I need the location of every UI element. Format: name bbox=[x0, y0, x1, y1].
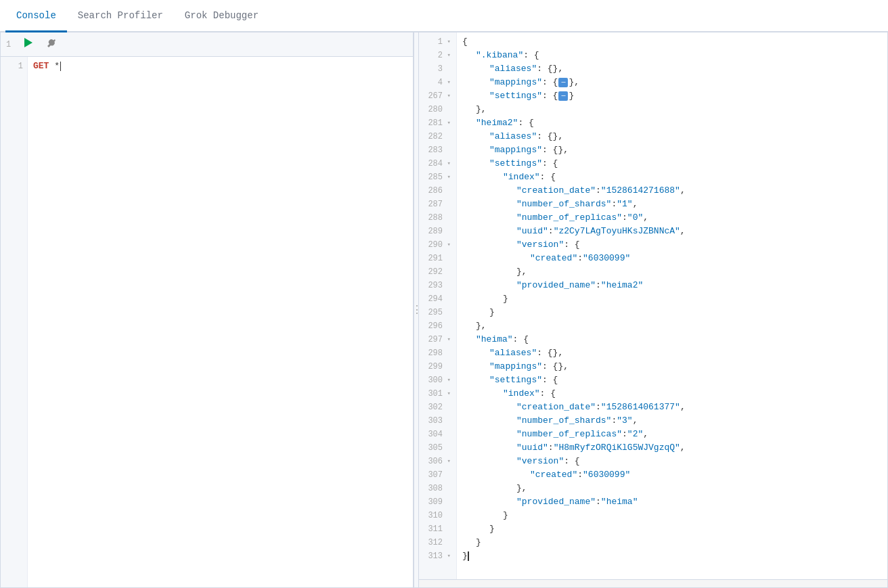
out-ln-284: 284▾ bbox=[419, 157, 453, 171]
json-line-296: }, bbox=[462, 319, 882, 333]
json-line-307: "created": "6030099" bbox=[462, 468, 882, 482]
fold-arrow-267[interactable]: ▾ bbox=[444, 89, 451, 103]
svg-marker-0 bbox=[24, 38, 32, 47]
json-line-305: "uuid": "H8mRyfzORQiKlG5WJVgzqQ", bbox=[462, 441, 882, 455]
json-line-285: "index": { bbox=[462, 171, 882, 184]
out-ln-3: 3 bbox=[419, 62, 453, 76]
json-line-288: "number_of_replicas": "0", bbox=[462, 211, 882, 225]
out-ln-310: 310 bbox=[419, 509, 453, 522]
tab-console[interactable]: Console bbox=[5, 0, 67, 32]
json-line-299: "mappings": {}, bbox=[462, 360, 882, 374]
out-ln-267: 267▾ bbox=[419, 89, 453, 103]
tab-grok-debugger[interactable]: Grok Debugger bbox=[174, 0, 269, 32]
fold-arrow-313[interactable]: ▾ bbox=[444, 549, 451, 563]
out-ln-290: 290▾ bbox=[419, 238, 453, 252]
tab-bar: Console Search Profiler Grok Debugger bbox=[0, 0, 888, 32]
json-line-280: }, bbox=[462, 103, 882, 116]
json-line-291: "created": "6030099" bbox=[462, 252, 882, 265]
json-line-303: "number_of_shards": "3", bbox=[462, 414, 882, 428]
out-ln-286: 286 bbox=[419, 184, 453, 198]
out-ln-298: 298 bbox=[419, 346, 453, 360]
line-num-label: 1 bbox=[6, 40, 11, 49]
json-line-3: "aliases": {}, bbox=[462, 62, 882, 76]
out-ln-282: 282 bbox=[419, 130, 453, 143]
json-line-304: "number_of_replicas": "2", bbox=[462, 428, 882, 441]
output-line-numbers: 1▾ 2▾ 3 4▾ 267▾ 280 281▾ 282 283 284▾ 28… bbox=[419, 32, 457, 579]
out-ln-280: 280 bbox=[419, 103, 453, 116]
out-ln-281: 281▾ bbox=[419, 116, 453, 130]
out-ln-311: 311 bbox=[419, 522, 453, 536]
json-line-308: }, bbox=[462, 482, 882, 495]
out-ln-313: 313▾ bbox=[419, 549, 453, 563]
out-ln-306: 306▾ bbox=[419, 455, 453, 468]
out-ln-300: 300▾ bbox=[419, 374, 453, 387]
out-ln-305: 305 bbox=[419, 441, 453, 455]
out-ln-293: 293 bbox=[419, 279, 453, 292]
out-ln-299: 299 bbox=[419, 360, 453, 374]
editor-path: * bbox=[49, 60, 60, 73]
out-ln-4: 4▾ bbox=[419, 76, 453, 89]
fold-arrow-300[interactable]: ▾ bbox=[444, 374, 451, 387]
out-ln-285: 285▾ bbox=[419, 171, 453, 184]
json-line-300: "settings": { bbox=[462, 374, 882, 387]
http-method: GET bbox=[33, 60, 49, 73]
run-button[interactable] bbox=[18, 35, 38, 53]
main-container: 1 1 GET * bbox=[0, 32, 888, 588]
out-ln-283: 283 bbox=[419, 143, 453, 157]
json-line-290: "version": { bbox=[462, 238, 882, 252]
json-line-310: } bbox=[462, 509, 882, 522]
fold-arrow-281[interactable]: ▾ bbox=[444, 116, 451, 130]
json-line-289: "uuid": "z2Cy7LAgToyuHKsJZBNNcA", bbox=[462, 225, 882, 238]
out-ln-289: 289 bbox=[419, 225, 453, 238]
panel-divider[interactable]: ⋮ bbox=[414, 32, 419, 587]
json-line-282: "aliases": {}, bbox=[462, 130, 882, 143]
fold-arrow-2[interactable]: ▾ bbox=[444, 49, 451, 62]
fold-arrow-1[interactable]: ▾ bbox=[444, 35, 451, 49]
json-line-267: "settings": {—} bbox=[462, 89, 882, 103]
editor-panel: 1 1 GET * bbox=[1, 32, 414, 587]
editor-line-numbers: 1 bbox=[1, 57, 28, 587]
out-ln-294: 294 bbox=[419, 292, 453, 306]
text-cursor bbox=[60, 62, 61, 71]
out-ln-302: 302 bbox=[419, 401, 453, 414]
editor-line-1[interactable]: GET * bbox=[33, 60, 407, 73]
fold-arrow-301[interactable]: ▾ bbox=[444, 387, 451, 401]
out-ln-301: 301▾ bbox=[419, 387, 453, 401]
json-line-281: "heima2": { bbox=[462, 116, 882, 130]
json-line-295: } bbox=[462, 306, 882, 319]
output-content-area: 1▾ 2▾ 3 4▾ 267▾ 280 281▾ 282 283 284▾ 28… bbox=[419, 32, 887, 579]
collapse-badge-mappings-kibana[interactable]: — bbox=[558, 78, 568, 87]
out-ln-303: 303 bbox=[419, 414, 453, 428]
fold-arrow-4[interactable]: ▾ bbox=[444, 76, 451, 89]
wrench-button[interactable] bbox=[42, 37, 61, 52]
out-ln-308: 308 bbox=[419, 482, 453, 495]
fold-arrow-284[interactable]: ▾ bbox=[444, 157, 451, 171]
output-cursor bbox=[468, 551, 469, 561]
out-ln-312: 312 bbox=[419, 536, 453, 549]
json-line-2: ".kibana": { bbox=[462, 49, 882, 62]
json-line-286: "creation_date": "1528614271688", bbox=[462, 184, 882, 198]
output-scrollbar[interactable] bbox=[419, 579, 887, 587]
json-line-312: } bbox=[462, 536, 882, 549]
editor-code-area[interactable]: GET * bbox=[28, 57, 413, 587]
tab-search-profiler[interactable]: Search Profiler bbox=[67, 0, 174, 32]
json-line-293: "provided_name": "heima2" bbox=[462, 279, 882, 292]
json-line-306: "version": { bbox=[462, 455, 882, 468]
json-line-4: "mappings": {—}, bbox=[462, 76, 882, 89]
fold-arrow-285[interactable]: ▾ bbox=[444, 171, 451, 184]
fold-arrow-297[interactable]: ▾ bbox=[444, 333, 451, 346]
out-ln-309: 309 bbox=[419, 495, 453, 509]
out-ln-292: 292 bbox=[419, 265, 453, 279]
out-ln-288: 288 bbox=[419, 211, 453, 225]
out-ln-296: 296 bbox=[419, 319, 453, 333]
json-line-292: }, bbox=[462, 265, 882, 279]
json-line-313: } bbox=[462, 549, 882, 563]
fold-arrow-306[interactable]: ▾ bbox=[444, 455, 451, 468]
json-line-311: } bbox=[462, 522, 882, 536]
json-line-287: "number_of_shards": "1", bbox=[462, 198, 882, 211]
fold-arrow-290[interactable]: ▾ bbox=[444, 238, 451, 252]
editor-content: 1 GET * bbox=[1, 57, 413, 587]
out-ln-297: 297▾ bbox=[419, 333, 453, 346]
collapse-badge-settings-kibana[interactable]: — bbox=[558, 91, 568, 101]
json-line-309: "provided_name": "heima" bbox=[462, 495, 882, 509]
